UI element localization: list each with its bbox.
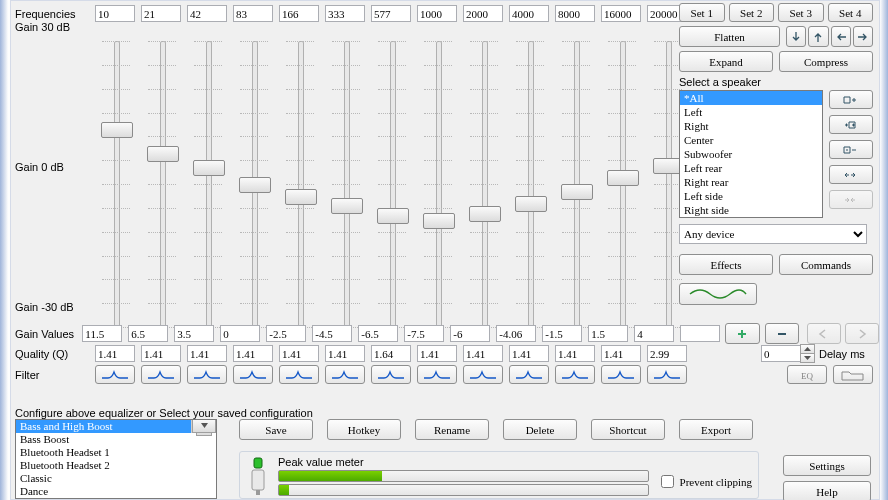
freq-input-7[interactable] <box>417 5 457 22</box>
effects-button[interactable]: Effects <box>679 254 773 275</box>
filter-type-button-10[interactable] <box>555 365 595 384</box>
freq-input-1[interactable] <box>141 5 181 22</box>
speaker-item[interactable]: Right rear <box>680 175 822 189</box>
gain-input-4[interactable] <box>266 325 306 342</box>
speaker-item[interactable]: Right <box>680 119 822 133</box>
move-down-button[interactable] <box>786 26 806 47</box>
slider-thumb-7[interactable] <box>423 213 455 229</box>
set4-button[interactable]: Set 4 <box>828 3 874 22</box>
speaker-item[interactable]: *All <box>680 91 822 105</box>
slider-thumb-3[interactable] <box>239 177 271 193</box>
filter-type-button-3[interactable] <box>233 365 273 384</box>
q-input-8[interactable] <box>463 345 503 362</box>
rename-button[interactable]: Rename <box>415 419 489 440</box>
freq-input-0[interactable] <box>95 5 135 22</box>
slider-thumb-5[interactable] <box>331 198 363 214</box>
slider-thumb-9[interactable] <box>515 196 547 212</box>
gain-input-5[interactable] <box>312 325 352 342</box>
speaker-item[interactable]: Left <box>680 105 822 119</box>
q-input-10[interactable] <box>555 345 595 362</box>
speaker-item[interactable]: Center <box>680 133 822 147</box>
gain-input-12[interactable] <box>634 325 674 342</box>
slider-0[interactable] <box>95 41 137 327</box>
q-input-5[interactable] <box>325 345 365 362</box>
filter-type-button-9[interactable] <box>509 365 549 384</box>
settings-button[interactable]: Settings <box>783 455 871 476</box>
gain-input-6[interactable] <box>358 325 398 342</box>
commands-button[interactable]: Commands <box>779 254 873 275</box>
gain-input-10[interactable] <box>542 325 582 342</box>
set1-button[interactable]: Set 1 <box>679 3 725 22</box>
scroll-down-button[interactable] <box>192 419 216 433</box>
delay-input[interactable] <box>761 345 801 362</box>
shortcut-button[interactable]: Shortcut <box>591 419 665 440</box>
gain-extra-input[interactable] <box>680 325 720 342</box>
move-up-button[interactable] <box>808 26 828 47</box>
prev-button[interactable] <box>807 323 841 344</box>
filter-eq-button[interactable]: EQ <box>787 365 827 384</box>
slider-9[interactable] <box>509 41 551 327</box>
filter-open-button[interactable] <box>833 365 873 384</box>
config-list[interactable]: Bass and High BoostBass BoostBluetooth H… <box>15 419 217 499</box>
slider-11[interactable] <box>601 41 643 327</box>
speaker-action-4[interactable] <box>829 190 873 209</box>
gain-input-7[interactable] <box>404 325 444 342</box>
slider-thumb-10[interactable] <box>561 184 593 200</box>
export-button[interactable]: Export <box>679 419 753 440</box>
remove-band-button[interactable] <box>765 323 799 344</box>
delete-button[interactable]: Delete <box>503 419 577 440</box>
flatten-button[interactable]: Flatten <box>679 26 780 47</box>
config-item[interactable]: Bluetooth Headset 1 <box>16 446 216 459</box>
slider-thumb-1[interactable] <box>147 146 179 162</box>
slider-2[interactable] <box>187 41 229 327</box>
q-input-0[interactable] <box>95 345 135 362</box>
compress-button[interactable]: Compress <box>779 51 873 72</box>
filter-type-button-2[interactable] <box>187 365 227 384</box>
q-input-3[interactable] <box>233 345 273 362</box>
save-button[interactable]: Save <box>239 419 313 440</box>
expand-button[interactable]: Expand <box>679 51 773 72</box>
slider-1[interactable] <box>141 41 183 327</box>
filter-type-button-8[interactable] <box>463 365 503 384</box>
q-input-12[interactable] <box>647 345 687 362</box>
slider-thumb-0[interactable] <box>101 122 133 138</box>
q-input-9[interactable] <box>509 345 549 362</box>
hotkey-button[interactable]: Hotkey <box>327 419 401 440</box>
q-input-7[interactable] <box>417 345 457 362</box>
move-right-button[interactable] <box>853 26 873 47</box>
freq-input-6[interactable] <box>371 5 411 22</box>
filter-type-button-4[interactable] <box>279 365 319 384</box>
config-item[interactable]: Bass Boost <box>16 433 216 446</box>
config-item[interactable]: Bass and High Boost <box>16 420 216 433</box>
slider-4[interactable] <box>279 41 321 327</box>
slider-thumb-6[interactable] <box>377 208 409 224</box>
freq-input-9[interactable] <box>509 5 549 22</box>
response-curve-button[interactable] <box>679 283 757 305</box>
speaker-item[interactable]: Right side <box>680 203 822 217</box>
q-input-1[interactable] <box>141 345 181 362</box>
q-input-4[interactable] <box>279 345 319 362</box>
speaker-action-3[interactable] <box>829 165 873 184</box>
slider-thumb-11[interactable] <box>607 170 639 186</box>
slider-10[interactable] <box>555 41 597 327</box>
slider-5[interactable] <box>325 41 367 327</box>
slider-6[interactable] <box>371 41 413 327</box>
slider-3[interactable] <box>233 41 275 327</box>
filter-type-button-6[interactable] <box>371 365 411 384</box>
q-input-2[interactable] <box>187 345 227 362</box>
gain-input-1[interactable] <box>128 325 168 342</box>
prevent-clipping-checkbox[interactable]: Prevent clipping <box>657 472 752 491</box>
prevent-clipping-input[interactable] <box>661 475 674 488</box>
filter-type-button-12[interactable] <box>647 365 687 384</box>
freq-input-4[interactable] <box>279 5 319 22</box>
freq-input-11[interactable] <box>601 5 641 22</box>
speaker-action-2[interactable] <box>829 140 873 159</box>
freq-input-10[interactable] <box>555 5 595 22</box>
q-input-11[interactable] <box>601 345 641 362</box>
move-left-button[interactable] <box>831 26 851 47</box>
freq-input-5[interactable] <box>325 5 365 22</box>
speaker-list[interactable]: *AllLeftRightCenterSubwooferLeft rearRig… <box>679 90 823 218</box>
add-band-button[interactable] <box>725 323 759 344</box>
filter-type-button-7[interactable] <box>417 365 457 384</box>
freq-input-8[interactable] <box>463 5 503 22</box>
